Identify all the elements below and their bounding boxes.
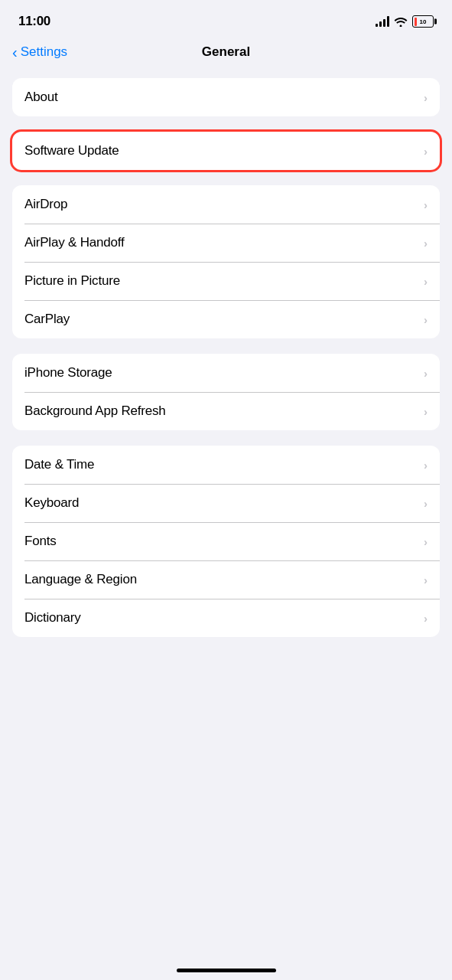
background-app-refresh-label: Background App Refresh [24,403,166,419]
settings-item-picture-in-picture[interactable]: Picture in Picture › [12,262,440,300]
settings-item-date-time[interactable]: Date & Time › [12,446,440,484]
settings-item-background-app-refresh[interactable]: Background App Refresh › [12,392,440,430]
status-time: 11:00 [18,14,50,29]
chevron-right-icon: › [424,405,428,418]
chevron-right-icon: › [424,313,428,326]
back-button[interactable]: ‹ Settings [12,44,67,60]
status-icons: 10 [376,15,434,28]
settings-group-5: Date & Time › Keyboard › Fonts › Languag… [12,446,440,637]
airdrop-label: AirDrop [24,197,67,212]
settings-item-fonts[interactable]: Fonts › [12,522,440,560]
chevron-right-icon: › [424,535,428,548]
settings-item-keyboard[interactable]: Keyboard › [12,484,440,522]
picture-in-picture-label: Picture in Picture [24,273,120,289]
dictionary-label: Dictionary [24,610,81,626]
carplay-label: CarPlay [24,312,70,327]
settings-group-1: About › [12,78,440,116]
settings-item-about[interactable]: About › [12,78,440,116]
settings-group-3: AirDrop › AirPlay & Handoff › Picture in… [12,185,440,338]
signal-icon [376,16,389,27]
chevron-right-icon: › [424,612,428,625]
language-region-label: Language & Region [24,572,137,587]
iphone-storage-label: iPhone Storage [24,365,112,381]
settings-content: About › Software Update › AirDrop › AirP… [0,72,452,683]
chevron-right-icon: › [424,91,428,104]
chevron-right-icon: › [424,198,428,211]
settings-item-carplay[interactable]: CarPlay › [12,300,440,338]
settings-item-airplay-handoff[interactable]: AirPlay & Handoff › [12,224,440,262]
chevron-right-icon: › [424,237,428,250]
chevron-right-icon: › [424,145,428,158]
battery-icon: 10 [412,15,434,28]
settings-item-airdrop[interactable]: AirDrop › [12,185,440,224]
home-indicator [177,969,276,972]
settings-item-dictionary[interactable]: Dictionary › [12,599,440,637]
fonts-label: Fonts [24,534,57,549]
about-label: About [24,90,57,105]
settings-group-2: Software Update › [12,132,440,170]
settings-item-iphone-storage[interactable]: iPhone Storage › [12,354,440,392]
date-time-label: Date & Time [24,457,94,472]
nav-header: ‹ Settings General [0,38,452,72]
software-update-label: Software Update [24,143,119,158]
chevron-right-icon: › [424,275,428,288]
chevron-right-icon: › [424,497,428,510]
settings-group-4: iPhone Storage › Background App Refresh … [12,354,440,430]
chevron-right-icon: › [424,459,428,472]
settings-item-software-update[interactable]: Software Update › [12,132,440,170]
keyboard-label: Keyboard [24,495,79,511]
back-chevron-icon: ‹ [12,44,18,60]
chevron-right-icon: › [424,367,428,380]
back-label: Settings [21,44,67,60]
wifi-icon [394,16,408,27]
page-title: General [202,44,250,60]
settings-item-language-region[interactable]: Language & Region › [12,560,440,599]
chevron-right-icon: › [424,573,428,586]
airplay-handoff-label: AirPlay & Handoff [24,235,124,250]
status-bar: 11:00 10 [0,0,452,38]
